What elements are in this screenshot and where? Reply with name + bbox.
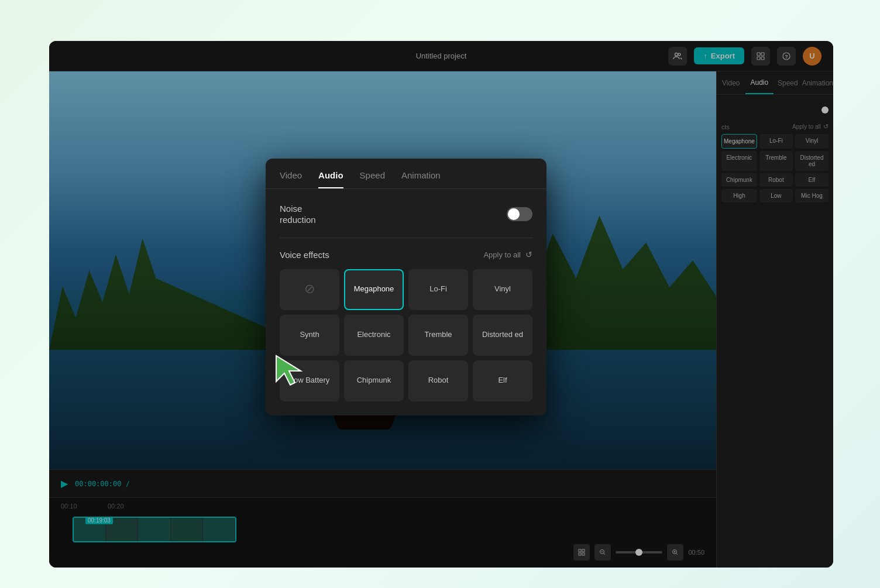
effect-megaphone[interactable]: Megaphone [344,269,404,310]
apply-all-button[interactable]: Apply to all [483,250,521,259]
modal-tab-animation[interactable]: Animation [401,170,441,188]
effects-grid: ⊘ Megaphone Lo-Fi Vinyl [280,269,532,401]
toggle-knob [508,208,520,220]
app-container: Untitled project ↑ Export [49,41,833,568]
effect-synth[interactable]: Synth [280,315,339,356]
effect-vinyl-label: Vinyl [494,284,511,294]
noise-label-line2: reduction [280,214,316,226]
effect-none[interactable]: ⊘ [280,269,339,310]
effect-robot[interactable]: Robot [408,360,468,401]
effect-low-battery[interactable]: Low Battery [280,360,339,401]
noise-label-line1: Noise [280,203,316,215]
effect-lofi-label: Lo-Fi [429,284,447,294]
effect-chipmunk[interactable]: Chipmunk [344,360,404,401]
effect-synth-label: Synth [300,330,319,340]
effect-electronic[interactable]: Electronic [344,315,404,356]
effect-elf[interactable]: Elf [473,360,532,401]
effect-megaphone-label: Megaphone [354,284,394,294]
voice-effects-title: Voice effects [280,250,329,260]
effect-robot-label: Robot [428,376,449,386]
effect-elf-label: Elf [498,376,507,386]
effect-distorted[interactable]: Distorted ed [473,315,532,356]
effect-tremble-label: Tremble [424,330,452,340]
modal-tab-video[interactable]: Video [280,170,302,188]
voice-effects-reset-icon[interactable]: ↺ [525,250,532,259]
noise-reduction-row: Noise reduction [280,203,532,238]
modal-tab-speed[interactable]: Speed [360,170,385,188]
none-icon: ⊘ [304,281,315,298]
effect-lofi[interactable]: Lo-Fi [408,269,468,310]
effect-electronic-label: Electronic [357,330,390,340]
noise-reduction-toggle[interactable] [507,207,532,221]
voice-effects-controls: Apply to all ↺ [483,250,532,259]
effect-vinyl[interactable]: Vinyl [473,269,532,310]
voice-effects-header: Voice effects Apply to all ↺ [280,250,532,260]
modal-overlay: Video Audio Speed Animation Noise reduct… [49,41,833,568]
modal-body: Noise reduction Voice effects Apply to a… [266,189,546,415]
modal-tab-audio[interactable]: Audio [318,170,343,188]
effect-tremble[interactable]: Tremble [408,315,468,356]
modal-tabs: Video Audio Speed Animation [266,159,546,189]
effect-distorted-label: Distorted ed [482,330,523,340]
effect-low-battery-label: Low Battery [290,376,330,386]
noise-reduction-label: Noise reduction [280,203,316,226]
audio-settings-modal: Video Audio Speed Animation Noise reduct… [266,159,546,415]
effect-chipmunk-label: Chipmunk [357,376,391,386]
